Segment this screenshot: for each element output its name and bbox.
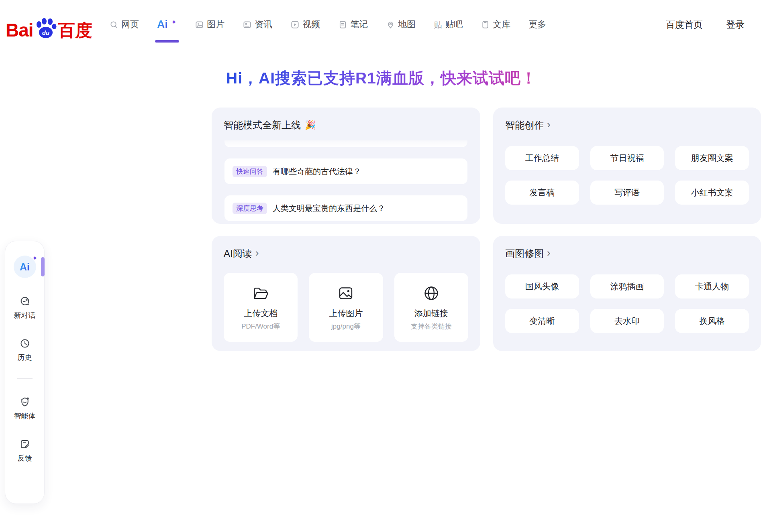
ai-reading-tiles: 上传文档 PDF/Word等 上传图片 jpg/png等 <box>224 273 468 342</box>
baidu-logo[interactable]: Bai du 百度 <box>6 18 93 39</box>
sidebar-divider <box>17 378 33 379</box>
svg-text:du: du <box>42 29 49 36</box>
suggestion-text: 有哪些奇葩的古代法律？ <box>273 166 361 177</box>
draw-edit-buttons: 国风头像 涂鸦插画 卡通人物 变清晰 去水印 换风格 <box>505 274 749 333</box>
map-pin-icon <box>386 20 395 29</box>
library-icon <box>481 20 490 29</box>
main-card-grid: 智能模式全新上线 🎉 快速问答 有哪些奇葩的古代法律？ 深度思考 人类文明最宝贵… <box>212 108 761 351</box>
btn-remove-watermark[interactable]: 去水印 <box>590 309 664 333</box>
card-title-text: 智能创作 <box>505 119 544 132</box>
sidebar-item-label: 历史 <box>18 353 32 362</box>
sidebar-drag-handle[interactable] <box>41 257 45 276</box>
btn-work-summary[interactable]: 工作总结 <box>505 146 579 170</box>
login-link[interactable]: 登录 <box>726 18 745 31</box>
suggestion-row-partial[interactable] <box>224 140 467 147</box>
globe-icon <box>422 284 441 303</box>
card-smart-mode-title: 智能模式全新上线 🎉 <box>224 119 468 132</box>
tab-label: 更多 <box>528 18 546 30</box>
tab-more[interactable]: 更多 <box>528 0 546 49</box>
primary-nav: 网页 Ai ✦ 图片 <box>109 0 546 49</box>
sidebar-item-history[interactable]: 历史 <box>18 338 32 362</box>
sidebar-logo-wrap: Ai ✦ <box>5 256 44 278</box>
tile-sublabel: PDF/Word等 <box>241 322 280 331</box>
tile-sublabel: 支持各类链接 <box>411 322 452 331</box>
card-title-text: AI阅读 <box>224 247 252 260</box>
ai-logo-text: Ai <box>20 261 30 273</box>
tab-tieba[interactable]: 贴 贴吧 <box>434 0 463 49</box>
tab-video[interactable]: 视频 <box>290 0 320 49</box>
btn-moments-copy[interactable]: 朋友圈文案 <box>675 146 749 170</box>
baidu-home-link[interactable]: 百度首页 <box>666 18 703 31</box>
tile-upload-image[interactable]: 上传图片 jpg/png等 <box>309 273 383 342</box>
image-icon <box>337 284 355 303</box>
quick-answer-badge: 快速问答 <box>233 166 267 177</box>
tile-sublabel: jpg/png等 <box>331 322 361 331</box>
hero-banner: Hi，AI搜索已支持R1满血版，快来试试吧！ <box>0 67 763 89</box>
card-ai-reading: AI阅读 › 上传文档 PDF/Word等 <box>212 236 480 351</box>
ai-plus-icon: Ai <box>157 18 168 31</box>
agent-icon <box>19 396 31 408</box>
chevron-right-icon: › <box>255 248 259 258</box>
deep-think-badge: 深度思考 <box>233 203 267 214</box>
suggestion-row-deep-think[interactable]: 深度思考 人类文明最宝贵的东西是什么？ <box>224 195 467 221</box>
tile-label: 添加链接 <box>414 308 448 319</box>
sidebar-item-feedback[interactable]: 反馈 <box>18 439 32 463</box>
active-tab-underline <box>155 40 179 43</box>
sparkle-icon: ✦ <box>171 18 177 26</box>
tab-label: 笔记 <box>350 18 368 30</box>
tab-label: 视频 <box>302 18 320 30</box>
suggestion-row-quick-answer[interactable]: 快速问答 有哪些奇葩的古代法律？ <box>224 158 467 184</box>
card-smart-mode: 智能模式全新上线 🎉 快速问答 有哪些奇葩的古代法律？ 深度思考 人类文明最宝贵… <box>212 108 480 224</box>
card-title-text: 画图修图 <box>505 247 544 260</box>
btn-xiaohongshu-copy[interactable]: 小红书文案 <box>675 181 749 205</box>
btn-speech-draft[interactable]: 发言稿 <box>505 181 579 205</box>
btn-write-comments[interactable]: 写评语 <box>590 181 664 205</box>
btn-guofeng-avatar[interactable]: 国风头像 <box>505 274 579 298</box>
tile-add-link[interactable]: 添加链接 支持各类链接 <box>394 273 468 342</box>
smart-create-buttons: 工作总结 节日祝福 朋友圈文案 发言稿 写评语 小红书文案 <box>505 146 749 205</box>
ai-sidebar: Ai ✦ 新对话 历史 <box>5 241 45 504</box>
tab-news[interactable]: 资讯 <box>243 0 272 49</box>
hero-title: Hi，AI搜索已支持R1满血版，快来试试吧！ <box>226 67 537 89</box>
tab-label: 网页 <box>121 18 139 30</box>
card-ai-reading-title[interactable]: AI阅读 › <box>224 247 468 260</box>
tab-label: 图片 <box>207 18 224 30</box>
tieba-icon: 贴 <box>434 20 442 29</box>
btn-holiday-wishes[interactable]: 节日祝福 <box>590 146 664 170</box>
tab-maps[interactable]: 地图 <box>386 0 416 49</box>
card-draw-edit-title[interactable]: 画图修图 › <box>505 247 749 260</box>
tile-upload-document[interactable]: 上传文档 PDF/Word等 <box>224 273 298 342</box>
ai-logo-button[interactable]: Ai ✦ <box>14 256 36 278</box>
search-icon <box>109 20 118 29</box>
btn-enhance-clarity[interactable]: 变清晰 <box>505 309 579 333</box>
tab-label: 资讯 <box>255 18 272 30</box>
card-smart-create: 智能创作 › 工作总结 节日祝福 朋友圈文案 发言稿 写评语 小红书文案 <box>493 108 761 224</box>
tab-label: 贴吧 <box>445 18 463 30</box>
btn-change-style[interactable]: 换风格 <box>675 309 749 333</box>
tab-notes[interactable]: 笔记 <box>338 0 368 49</box>
news-icon <box>243 20 252 29</box>
image-nav-icon <box>195 20 204 29</box>
tab-ai[interactable]: Ai ✦ <box>157 0 177 49</box>
logo-text-cn: 百度 <box>58 22 93 39</box>
sidebar-item-label: 反馈 <box>18 453 32 463</box>
header-right-links: 百度首页 登录 <box>666 0 745 49</box>
tab-images[interactable]: 图片 <box>195 0 224 49</box>
tab-webpage[interactable]: 网页 <box>109 0 139 49</box>
btn-doodle-illustration[interactable]: 涂鸦插画 <box>590 274 664 298</box>
sidebar-item-agents[interactable]: 智能体 <box>14 396 36 421</box>
tab-label: 文库 <box>493 18 510 30</box>
suggestion-text: 人类文明最宝贵的东西是什么？ <box>273 203 385 214</box>
card-smart-create-title[interactable]: 智能创作 › <box>505 119 749 132</box>
tab-library[interactable]: 文库 <box>481 0 510 49</box>
note-icon <box>338 20 347 29</box>
tab-label: 地图 <box>398 18 416 30</box>
sidebar-item-new-chat[interactable]: 新对话 <box>14 296 36 320</box>
card-title-text: 智能模式全新上线 <box>224 119 301 132</box>
folder-icon <box>251 284 270 303</box>
new-chat-icon <box>19 296 31 307</box>
chevron-right-icon: › <box>547 248 551 258</box>
feedback-icon <box>19 439 31 450</box>
btn-cartoon-character[interactable]: 卡通人物 <box>675 274 749 298</box>
sidebar-item-label: 新对话 <box>14 311 36 320</box>
